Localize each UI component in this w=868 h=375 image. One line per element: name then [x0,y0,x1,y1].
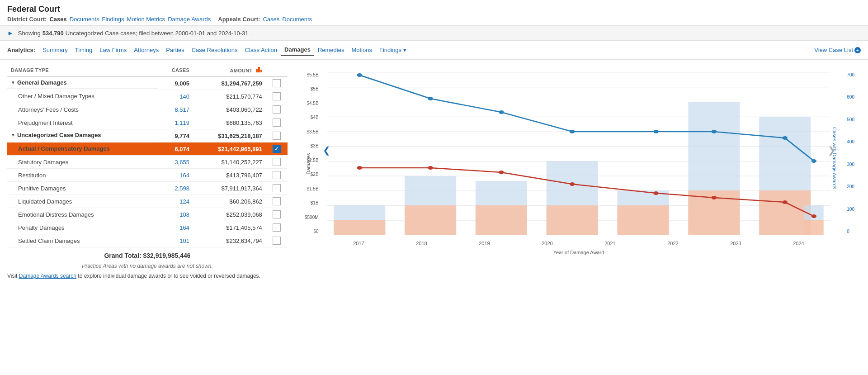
footnote: Practice Areas with no damage awards are… [7,261,288,271]
damage-table: DAMAGE TYPE CASES AMOUNT [7,64,288,247]
row-other-mixed-checkbox[interactable] [273,92,281,100]
group-general-damages: ▼ General Damages 9,005 $1,294,767,259 [7,76,288,90]
chart-nav-right[interactable]: ❯ [828,145,835,156]
group-uncategorized-amount: $31,625,218,187 [193,129,266,142]
y-axis-right: 700 600 500 400 300 200 100 0 [847,72,854,234]
row-liquidated-amount: $60,206,862 [193,195,266,208]
row-punitive-label: Punitive Damages [7,182,158,195]
row-punitive-checkbox[interactable] [273,184,281,192]
table-row: Statutory Damages 3,655 $1,140,252,227 [7,156,288,169]
nav-remedies[interactable]: Remedies [314,45,348,55]
row-settled-cases: 101 [158,234,193,247]
chart-toggle-icon[interactable] [256,67,262,72]
svg-point-43 [811,214,816,218]
emotional-cases-link[interactable]: 108 [179,211,189,218]
district-cases-link[interactable]: Cases [49,16,66,23]
nav-law-firms[interactable]: Law Firms [96,45,130,55]
row-actual-compensatory-label: Actual / Compensatory Damages [7,142,158,156]
group-general-label: ▼ General Damages [7,77,158,89]
group2-chevron[interactable]: ▼ [11,133,15,138]
chart-svg [327,72,830,235]
row-statutory-checkbox[interactable] [273,158,281,166]
row-atty-fees-checkbox[interactable] [273,105,281,114]
chart-nav-left[interactable]: ❮ [323,145,330,156]
row-penalty-checkbox[interactable] [273,223,281,232]
table-section: DAMAGE TYPE CASES AMOUNT [7,64,288,281]
group-uncategorized-checkbox[interactable] [273,132,281,140]
nav-findings[interactable]: Findings ▾ [376,45,410,55]
row-other-mixed-cases: 140 [158,90,193,103]
svg-point-39 [570,182,575,186]
statutory-cases-link[interactable]: 3,655 [175,159,190,166]
filter-showing-label: Showing [18,30,41,37]
row-settled-checkbox[interactable] [273,237,281,245]
district-findings-link[interactable]: Findings [102,16,124,23]
svg-rect-22 [547,205,598,235]
nav-parties[interactable]: Parties [162,45,188,55]
damage-awards-search-link[interactable]: Damage Awards search [19,273,76,279]
filter-period: . [250,30,252,37]
visit-note: Visit Damage Awards search to explore in… [7,271,288,281]
group-general-checkbox[interactable] [266,76,288,90]
appeals-documents-link[interactable]: Documents [282,16,312,23]
row-prejudgment-label: Prejudgment Interest [7,116,158,129]
restitution-cases-link[interactable]: 164 [179,172,189,179]
nav-attorneys[interactable]: Attorneys [130,45,162,55]
nav-class-action[interactable]: Class Action [241,45,281,55]
row-prejudgment-checkbox[interactable] [273,119,281,127]
row-emotional-amount: $252,039,068 [193,208,266,221]
row-statutory-cases: 3,655 [158,156,193,169]
col-damage-type: DAMAGE TYPE [7,64,158,76]
penalty-cases-link[interactable]: 164 [179,224,189,231]
settled-cases-link[interactable]: 101 [179,237,189,244]
group-general-cases: 9,005 [158,76,193,90]
nav-damages[interactable]: Damages [281,44,314,56]
col-checkbox-header [266,64,288,76]
row-atty-fees-cases: 8,517 [158,103,193,116]
svg-point-28 [357,73,362,77]
row-restitution-cases: 164 [158,169,193,182]
appeals-cases-link[interactable]: Cases [263,16,279,23]
group-uncategorized: ▼ Uncategorized Case Damages 9,774 $31,6… [7,129,288,142]
row-punitive-cases: 2,598 [158,182,193,195]
district-documents-link[interactable]: Documents [70,16,99,23]
table-row: Emotional Distress Damages 108 $252,039,… [7,208,288,221]
row-restitution-checkbox[interactable] [273,171,281,179]
group-uncategorized-cases: 9,774 [158,129,193,142]
nav-timing[interactable]: Timing [71,45,96,55]
row-penalty-cases: 164 [158,221,193,234]
group-uncategorized-label: ▼ Uncategorized Case Damages [7,129,158,141]
atty-fees-cases-link[interactable]: 8,517 [175,106,190,113]
row-emotional-checkbox[interactable] [273,210,281,218]
view-case-list-link[interactable]: View Case List + [814,47,861,53]
svg-point-33 [712,130,717,133]
row-punitive-amount: $7,911,917,364 [193,182,266,195]
table-row: Settled Claim Damages 101 $232,634,794 [7,234,288,247]
prejudgment-cases-link[interactable]: 1,119 [175,119,190,126]
y-axis-left-label: Damages [306,153,311,174]
row-statutory-amount: $1,140,252,227 [193,156,266,169]
actual-comp-cases-link[interactable]: 6,074 [175,146,190,152]
page-title: Federal Court [7,5,861,14]
row-liquidated-checkbox[interactable] [273,197,281,205]
filter-arrow-icon[interactable]: ► [7,29,14,37]
punitive-cases-link[interactable]: 2,598 [175,185,190,192]
nav-case-resolutions[interactable]: Case Resolutions [188,45,241,55]
row-actual-comp-checkbox[interactable] [273,145,281,153]
grand-total-label: Grand Total: [104,252,141,259]
row-statutory-label: Statutory Damages [7,156,158,169]
row-penalty-label: Penalty Damages [7,221,158,234]
svg-rect-25 [759,190,811,235]
other-mixed-cases-link[interactable]: 140 [179,93,189,100]
nav-summary[interactable]: Summary [39,45,71,55]
page-header: Federal Court District Court: Cases Docu… [0,0,868,26]
analytics-nav: Analytics: Summary Timing Law Firms Atto… [0,41,868,60]
liquidated-cases-link[interactable]: 124 [179,198,189,205]
x-axis-labels: 2017 2018 2019 2020 2021 2022 2023 2024 [327,241,830,246]
group-general-amount: $1,294,767,259 [193,76,266,90]
district-damage-awards-link[interactable]: Damage Awards [168,16,211,23]
nav-motions[interactable]: Motions [348,45,376,55]
district-motion-metrics-link[interactable]: Motion Metrics [127,16,165,23]
view-case-list-label: View Case List [814,47,853,53]
group1-chevron[interactable]: ▼ [11,80,15,85]
